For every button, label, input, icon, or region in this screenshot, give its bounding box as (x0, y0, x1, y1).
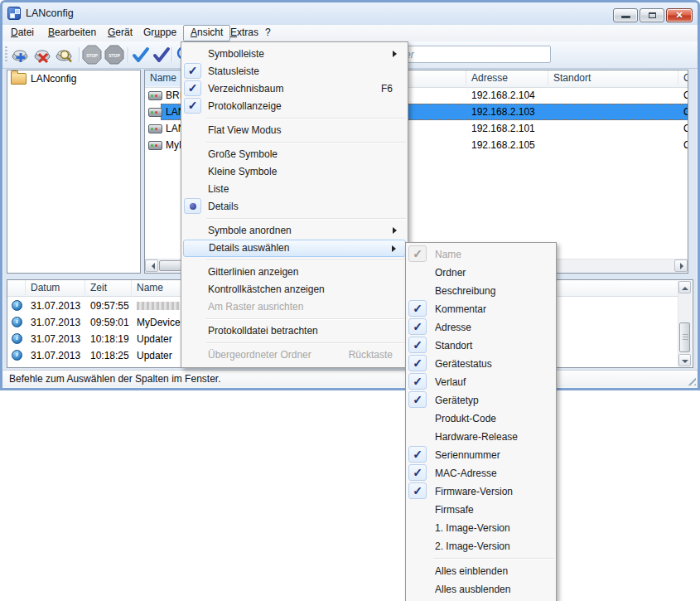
folder-tree-panel: LANconfig (7, 70, 141, 274)
menubar-item-datei[interactable]: Datei (4, 25, 41, 41)
details-submenu-item-alles-ausblenden[interactable]: Alles ausblenden (408, 580, 554, 599)
toolbar-button-stop-all[interactable]: STOP (104, 45, 124, 65)
view-menu-item-am-raster-ausrichten: Am Raster ausrichten (183, 298, 406, 316)
column-header-ger-testatus[interactable]: Gerätestatus (678, 70, 688, 86)
scroll-left-button[interactable] (145, 259, 158, 272)
details-submenu-item-ger-testatus[interactable]: ✓Gerätestatus (408, 355, 554, 373)
submenu-arrow-icon (392, 245, 399, 252)
caption-buttons: ✕ (613, 8, 693, 22)
details-submenu-item-adresse[interactable]: ✓Adresse (408, 318, 554, 337)
log-column-header-zeit[interactable]: Zeit (85, 280, 132, 295)
view-menu-item-gro-e-symbole[interactable]: Große Symbole (183, 146, 406, 163)
view-menu-item-verzeichnisbaum[interactable]: ✓VerzeichnisbaumF6 (183, 80, 406, 98)
scroll-down-button[interactable] (678, 354, 691, 366)
resize-grip[interactable] (685, 375, 696, 385)
details-submenu-item-label: Gerätetyp (435, 395, 479, 406)
details-submenu-item-name: ✓Name (408, 245, 554, 264)
details-submenu-item-ger-tetyp[interactable]: ✓Gerätetyp (408, 391, 554, 410)
configure-device-icon (11, 45, 31, 65)
view-menu-item-flat-view-modus[interactable]: Flat View Modus (183, 122, 406, 139)
toolbar-button-check-device[interactable] (131, 45, 151, 65)
view-menu-item-liste[interactable]: Liste (183, 181, 406, 198)
log-time-cell: 10:18:19 (85, 331, 132, 347)
column-header-standort[interactable]: Standort (548, 70, 678, 86)
view-menu-item-label: Gitterlinien anzeigen (208, 266, 298, 278)
details-submenu-item-label: Hardware-Release (435, 431, 518, 443)
toolbar-button-stop-action[interactable]: STOP (82, 45, 102, 65)
details-submenu-item-label: Gerätestatus (435, 358, 492, 370)
view-menu-item-kleine-symbole[interactable]: Kleine Symbole (183, 163, 406, 181)
submenu-arrow-icon (393, 51, 400, 57)
checkmark-icon: ✓ (408, 318, 427, 335)
details-submenu-item-verlauf[interactable]: ✓Verlauf (408, 373, 554, 391)
menubar-item-bearbeiten[interactable]: Bearbeiten (41, 25, 103, 41)
toolbar-button-configure-device[interactable] (11, 45, 31, 65)
view-menu-item-statusleiste[interactable]: ✓Statusleiste (183, 63, 406, 80)
device-status-cell: Ok (678, 87, 688, 104)
minimize-button[interactable] (613, 8, 638, 22)
view-menu-item-kontrollk-stchen-anzeigen[interactable]: Kontrollkästchen anzeigen (183, 281, 406, 298)
details-submenu-item-firmware-version[interactable]: ✓Firmware-Version (408, 482, 554, 501)
shortcut-label: Rücktaste (349, 347, 393, 364)
menubar-item-ger-t[interactable]: Gerät (101, 25, 139, 41)
details-submenu-item-alles-einblenden[interactable]: Alles einblenden (408, 562, 554, 580)
details-submenu-item-standort[interactable]: ✓Standort (408, 337, 554, 355)
view-menu-item-label: Große Symbole (208, 148, 278, 160)
log-column-header-icon[interactable] (7, 280, 26, 295)
redacted-name (137, 302, 180, 310)
toolbar-button-check-all-devices[interactable] (152, 45, 171, 65)
log-column-header-datum[interactable]: Datum (26, 280, 85, 295)
view-menu-separator (206, 259, 406, 261)
status-text: Befehle zum Auswählen der Spalten im Fen… (9, 373, 220, 385)
details-submenu-item-2-image-version[interactable]: 2. Image-Version (408, 537, 554, 555)
view-menu-item-gitterlinien-anzeigen[interactable]: Gitterlinien anzeigen (183, 264, 406, 281)
view-menu-item-protokolldatei-betrachten[interactable]: Protokolldatei betrachten (183, 322, 406, 340)
up-arrow-icon (682, 284, 688, 290)
details-submenu-item-label: MAC-Adresse (435, 468, 497, 479)
view-menu: Symbolleiste✓Statusleiste✓Verzeichnisbau… (181, 41, 408, 368)
device-icon (148, 108, 162, 117)
device-address-cell: 192.168.2.105 (466, 137, 548, 153)
svg-text:STOP: STOP (109, 53, 120, 58)
details-submenu-item-hardware-release[interactable]: Hardware-Release (408, 428, 554, 446)
details-submenu-item-firmsafe[interactable]: Firmsafe (408, 501, 554, 519)
toolbar-button-delete-device[interactable] (33, 45, 53, 65)
menubar-item-item[interactable]: ? (258, 25, 278, 41)
toolbar-button-find-device[interactable] (55, 45, 75, 65)
scroll-right-button[interactable] (674, 259, 688, 272)
tree-item-label: LANconfig (31, 70, 76, 87)
details-submenu-item-1-image-version[interactable]: 1. Image-Version (408, 519, 554, 537)
details-submenu-item-mac-adresse[interactable]: ✓MAC-Adresse (408, 464, 554, 482)
scroll-up-button[interactable] (678, 281, 691, 293)
log-time-cell: 10:18:25 (85, 347, 132, 364)
checkmark-icon: ✓ (408, 300, 427, 317)
column-header-adresse[interactable]: Adresse (466, 70, 548, 86)
details-submenu-item-label: 1. Image-Version (435, 522, 510, 534)
radio-bullet-icon (184, 198, 201, 214)
vertical-scroll-thumb[interactable] (679, 322, 690, 352)
details-submenu-item-kommentar[interactable]: ✓Kommentar (408, 300, 554, 318)
log-vertical-scrollbar[interactable] (678, 281, 692, 366)
titlebar[interactable]: LANconfig ✕ (2, 2, 698, 25)
details-submenu-item-label: Produkt-Code (435, 413, 496, 424)
view-menu-item-symbolleiste[interactable]: Symbolleiste (183, 46, 406, 63)
checkmark-icon: ✓ (184, 98, 201, 114)
toolbar-grip-handle[interactable] (5, 46, 7, 63)
svg-text:STOP: STOP (86, 53, 98, 58)
menubar-item-gruppe[interactable]: Gruppe (137, 25, 183, 41)
close-button[interactable]: ✕ (666, 8, 693, 22)
details-submenu-item-beschreibung[interactable]: Beschreibung (408, 282, 554, 300)
view-menu-item-label: Am Raster ausrichten (208, 301, 303, 313)
delete-device-icon (33, 45, 53, 65)
details-submenu-item-produkt-code[interactable]: Produkt-Code (408, 410, 554, 428)
maximize-button[interactable] (640, 8, 664, 22)
view-menu-item-symbole-anordnen[interactable]: Symbole anordnen (183, 222, 406, 240)
checkmark-icon: ✓ (408, 337, 427, 353)
details-submenu-item-ordner[interactable]: Ordner (408, 264, 554, 282)
device-icon (148, 141, 162, 150)
tree-item-lanconfig[interactable]: LANconfig (7, 70, 140, 87)
view-menu-item-protokollanzeige[interactable]: ✓Protokollanzeige (183, 98, 406, 115)
view-menu-item-details-ausw-hlen[interactable]: Details auswählen (183, 240, 406, 257)
details-submenu-item-seriennummer[interactable]: ✓Seriennummer (408, 446, 554, 464)
view-menu-item-details[interactable]: Details (183, 198, 406, 216)
